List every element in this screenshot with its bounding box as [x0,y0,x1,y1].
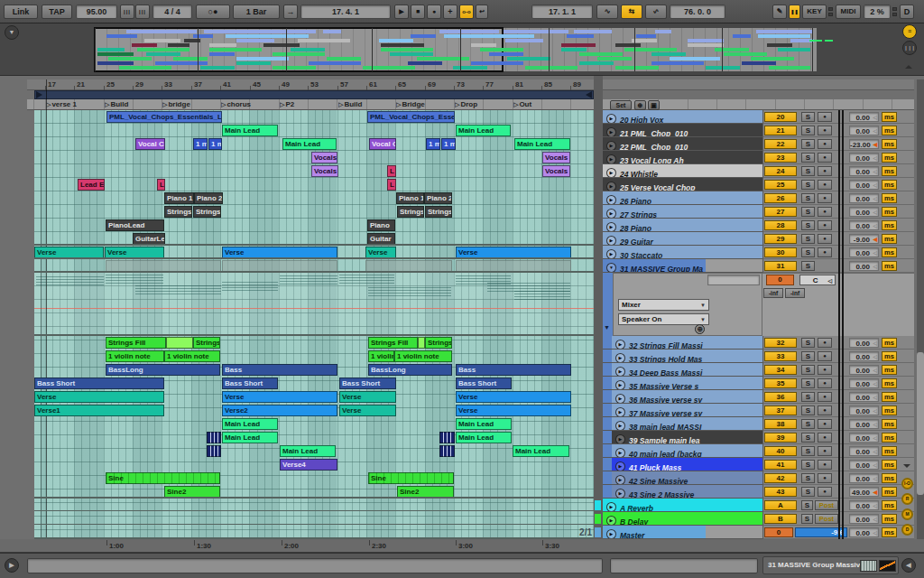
arm-button[interactable]: ● [818,460,832,470]
track-number-button[interactable]: 33 [764,351,797,361]
solo-button[interactable]: S [801,338,815,348]
track-header-26[interactable]: ▶26 Piano [603,191,762,205]
track-unfold-icon[interactable]: ▼ [606,263,616,273]
track-fold-icon[interactable]: ▶ [606,236,616,246]
track-number-button[interactable]: 28 [764,220,797,230]
track-delay-value[interactable]: 0.00◁ [849,500,879,510]
clip[interactable]: Vocal Cl [369,138,396,150]
clip[interactable]: Strings [193,206,221,218]
track-delay-value[interactable]: 0.00◁ [849,406,879,415]
track-header-30[interactable]: ▶30 Staccato [603,246,762,259]
track-number-button[interactable]: 35 [764,378,797,388]
track-delay-value[interactable]: 49.00◀ [849,487,879,497]
ms-button[interactable]: ms [882,234,897,244]
clip[interactable]: 1 m [441,138,456,150]
clip[interactable]: BassLong [368,364,452,376]
track-number-button[interactable]: 24 [764,166,797,176]
loop-length-display[interactable]: 76. 0. 0 [670,5,725,19]
automation-arm-button[interactable]: o‑o [459,5,474,19]
track-header-31[interactable]: ▼31 MASSIVE Group Ma [603,259,706,273]
follow-button[interactable]: ❚❚ [789,5,800,19]
arm-button[interactable]: ● [818,446,832,456]
clip[interactable]: Vocals [311,165,338,177]
track-fold-icon[interactable]: ▶ [615,489,625,499]
quantization-menu[interactable]: 1 Bar [233,5,280,19]
punch-out-button[interactable]: ∿ [645,5,667,19]
track-number-button[interactable]: 22 [764,139,797,149]
track-number-button[interactable]: B [764,514,797,524]
solo-button[interactable]: S [801,153,815,163]
track-header-A[interactable]: ▶A Reverb [603,499,762,512]
clip[interactable]: Bass Short [222,378,278,389]
locator-flag[interactable]: ▷P2 [280,99,336,110]
ms-button[interactable]: ms [882,338,897,348]
clip[interactable]: PianoLead [106,219,164,231]
clip[interactable]: 1 violin [368,350,394,362]
track-number-button[interactable]: 23 [764,153,797,163]
track-delay-value[interactable]: 0.00◁ [849,351,879,361]
track-header-23[interactable]: ▶23 Vocal Long Ah [603,151,762,164]
solo-button[interactable]: S [801,500,813,510]
track-fold-icon[interactable]: ▶ [615,434,625,444]
section-toggle-m[interactable]: M [901,508,913,520]
add-locator-button[interactable]: ⊕ [634,100,646,110]
ms-button[interactable]: ms [882,460,897,470]
ms-button[interactable]: ms [882,126,897,135]
ms-button[interactable]: ms [882,193,897,203]
track-delay-value[interactable]: -9.00◀ [849,234,879,244]
track-header-38[interactable]: ▶38 main lead MASSI [612,417,762,431]
track-number-button[interactable]: 34 [764,365,797,375]
track-fold-icon[interactable]: ▶ [615,461,625,471]
clip[interactable]: Main Lead [222,432,278,443]
ms-button[interactable]: ms [882,139,897,149]
arm-button[interactable]: ● [818,365,832,375]
locator-flag[interactable]: ▷Bridge [396,99,452,110]
track-delay-value[interactable]: 0.00◁ [849,220,879,230]
track-fold-icon[interactable]: ▶ [606,127,616,137]
solo-button[interactable]: S [801,392,815,402]
clip[interactable]: Verse [456,405,571,416]
track-delay-value[interactable]: 0.00◁ [849,433,879,443]
clip[interactable]: Piano [367,219,395,231]
post-button[interactable]: Post [815,500,838,510]
clip[interactable]: Strings [193,337,220,349]
solo-button[interactable]: S [801,234,815,244]
clip[interactable]: Strings [397,206,424,218]
clip[interactable]: 1 m [426,138,440,150]
clip[interactable]: Vocals [542,152,570,163]
solo-button[interactable]: S [801,351,815,361]
track-header-24[interactable]: ▶24 Whistle [603,164,762,178]
track-fold-icon[interactable]: ▶ [606,182,616,191]
track-fold-icon[interactable]: ▶ [606,529,616,539]
clip[interactable]: Piano 1 [164,192,194,204]
track-fold-icon[interactable]: ▶ [606,516,616,526]
solo-button[interactable]: S [801,419,815,429]
arm-button[interactable]: ● [818,378,832,388]
clip[interactable]: Bass Short [34,378,164,389]
solo-button[interactable]: S [801,247,815,257]
track-number-button[interactable]: 20 [764,112,797,122]
stop-button[interactable]: ■ [411,5,425,19]
ms-button[interactable]: ms [882,487,897,497]
clip[interactable]: Sine [106,472,220,484]
track-fold-icon[interactable]: ▶ [606,141,616,151]
track-fold-icon[interactable]: ▶ [615,367,625,377]
clip[interactable]: Vocals [311,152,337,163]
punch-in-button[interactable]: ∿ [596,5,618,19]
back-to-arrangement-button[interactable]: ↩ [476,5,488,19]
track-delay-value[interactable]: 0.00◁ [849,473,879,483]
ms-button[interactable]: ms [882,351,897,361]
track-number-button[interactable]: 21 [764,126,797,135]
locator-flag[interactable]: ▷Build [338,99,394,110]
solo-button[interactable]: S [801,378,815,388]
ms-button[interactable]: ms [882,406,897,415]
track-header-36[interactable]: ▶36 Massive verse sy [612,390,762,404]
clip[interactable]: 1 violin note [106,350,164,362]
track-number-button[interactable]: A [764,500,797,510]
track-number-button[interactable]: 36 [764,392,797,402]
track-fold-icon[interactable]: ▶ [615,353,625,363]
clip[interactable]: Strings [164,206,192,218]
track-header-34[interactable]: ▶34 Deep Bass Massi [612,363,762,377]
arm-button[interactable]: ● [818,126,832,135]
track-number-button[interactable]: 39 [764,433,797,443]
